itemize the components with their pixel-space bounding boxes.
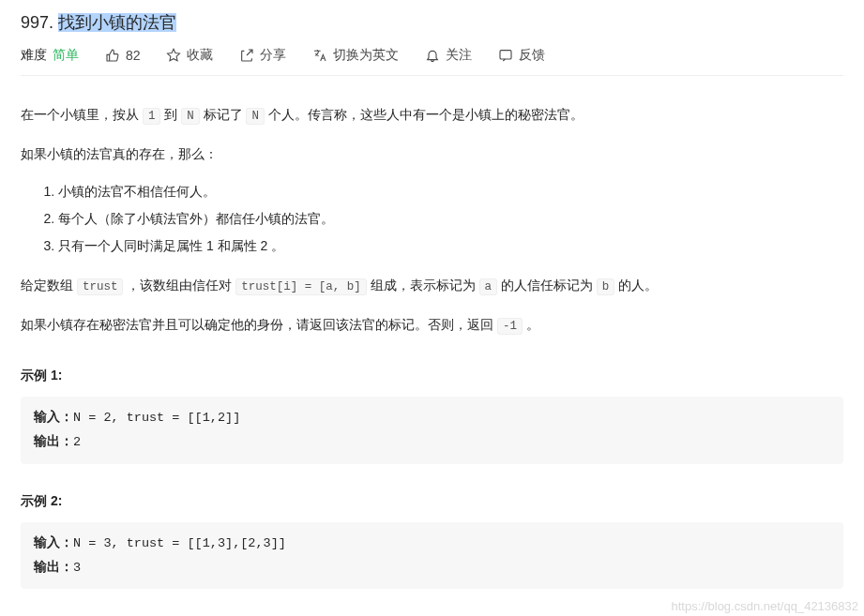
list-item: 只有一个人同时满足属性 1 和属性 2 。 (58, 233, 843, 259)
difficulty: 难度 简单 (21, 47, 79, 64)
favorite-button[interactable]: 收藏 (166, 47, 213, 64)
like-count: 82 (126, 48, 141, 63)
share-label: 分享 (260, 47, 286, 64)
paragraph: 在一个小镇里，按从 1 到 N 标记了 N 个人。传言称，这些人中有一个是小镇上… (21, 102, 843, 128)
svg-rect-0 (500, 51, 511, 59)
example-input: N = 3, trust = [[1,3],[2,3]] (73, 536, 286, 550)
example-input: N = 2, trust = [[1,2]] (73, 411, 240, 425)
bell-icon (425, 48, 440, 63)
translate-icon (312, 48, 327, 63)
example-block: 输入：N = 3, trust = [[1,3],[2,3]] 输出：3 (21, 522, 843, 589)
meta-row: 难度 简单 82 收藏 分享 切换为英文 关注 反馈 (21, 47, 843, 76)
list-item: 小镇的法官不相信任何人。 (58, 179, 843, 204)
thumbs-up-icon (105, 48, 120, 63)
code-inline: 1 (143, 108, 161, 125)
feedback-icon (498, 48, 513, 63)
example-title: 示例 2: (21, 488, 843, 514)
problem-name: 找到小镇的法官 (58, 13, 176, 32)
example-input-label: 输入： (34, 411, 73, 425)
problem-title: 997. 找到小镇的法官 (21, 11, 843, 34)
difficulty-label: 难度 (21, 47, 47, 62)
star-icon (166, 48, 181, 63)
example-output: 2 (73, 435, 81, 449)
example-output: 3 (73, 561, 81, 575)
paragraph: 如果小镇存在秘密法官并且可以确定他的身份，请返回该法官的标记。否则，返回 -1 … (21, 312, 843, 338)
example-input-label: 输入： (34, 536, 73, 550)
code-inline: N (246, 108, 265, 125)
code-inline: b (597, 278, 615, 295)
list-item: 每个人（除了小镇法官外）都信任小镇的法官。 (58, 206, 843, 232)
example-output-label: 输出： (34, 561, 73, 575)
problem-number: 997. (21, 13, 53, 32)
difficulty-value: 简单 (53, 47, 79, 62)
ordered-list: 小镇的法官不相信任何人。 每个人（除了小镇法官外）都信任小镇的法官。 只有一个人… (21, 179, 843, 258)
code-inline: N (181, 108, 200, 125)
switch-lang-button[interactable]: 切换为英文 (312, 47, 399, 64)
code-inline: -1 (497, 318, 523, 335)
switch-lang-label: 切换为英文 (333, 47, 399, 64)
share-icon (239, 48, 254, 63)
follow-button[interactable]: 关注 (425, 47, 472, 64)
example-title: 示例 1: (21, 363, 843, 388)
paragraph: 如果小镇的法官真的存在，那么： (21, 142, 843, 167)
paragraph: 给定数组 trust ，该数组由信任对 trust[i] = [a, b] 组成… (21, 273, 843, 299)
code-inline: trust[i] = [a, b] (235, 278, 367, 295)
code-inline: a (479, 278, 498, 295)
example-block: 输入：N = 2, trust = [[1,2]] 输出：2 (21, 397, 843, 463)
feedback-label: 反馈 (519, 47, 545, 64)
code-inline: trust (77, 278, 124, 295)
example-output-label: 输出： (34, 435, 73, 449)
follow-label: 关注 (446, 47, 472, 64)
share-button[interactable]: 分享 (239, 47, 286, 64)
like-button[interactable]: 82 (105, 48, 141, 63)
problem-content: 在一个小镇里，按从 1 到 N 标记了 N 个人。传言称，这些人中有一个是小镇上… (21, 102, 843, 589)
feedback-button[interactable]: 反馈 (498, 47, 545, 64)
favorite-label: 收藏 (187, 47, 213, 64)
